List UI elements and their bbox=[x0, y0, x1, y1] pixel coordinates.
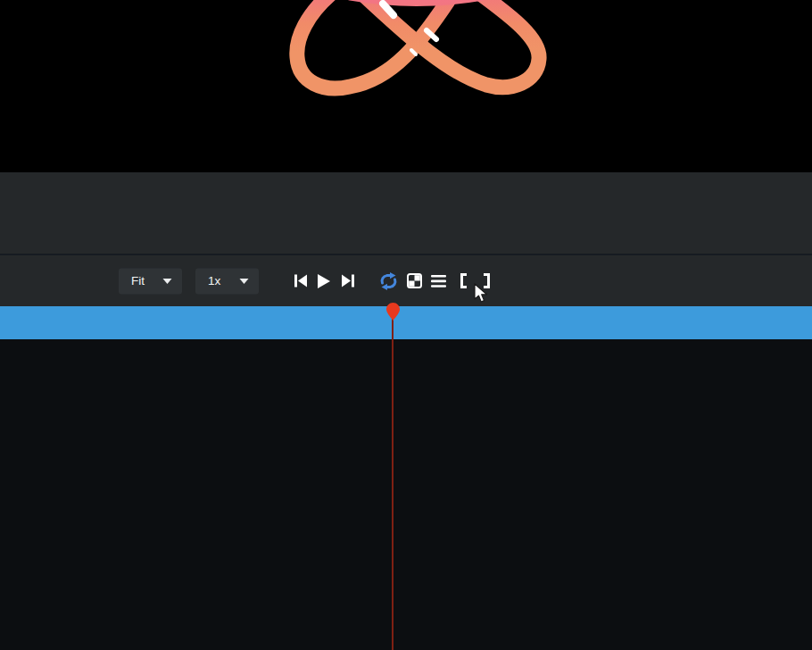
chevron-down-icon bbox=[162, 278, 172, 284]
skip-to-start-button[interactable] bbox=[294, 274, 307, 288]
chevron-down-icon bbox=[239, 278, 249, 284]
animation-preview bbox=[0, 0, 812, 172]
play-icon bbox=[318, 274, 330, 288]
player-panel bbox=[0, 172, 812, 255]
play-button[interactable] bbox=[318, 274, 330, 288]
checkerboard-background-icon bbox=[407, 273, 422, 288]
seekbar-track[interactable] bbox=[0, 306, 812, 339]
playback-speed-value: 1x bbox=[208, 275, 220, 288]
pretzel-ribbon-animation-frame bbox=[0, 0, 812, 172]
playback-controls bbox=[294, 255, 491, 306]
timeline-panel bbox=[0, 339, 812, 650]
playhead-marker[interactable] bbox=[386, 303, 400, 321]
zoom-fit-value: Fit bbox=[131, 275, 145, 288]
skip-to-start-icon bbox=[294, 274, 307, 288]
skip-to-end-button[interactable] bbox=[342, 274, 354, 288]
set-out-point-button[interactable] bbox=[483, 273, 491, 288]
bracket-out-icon bbox=[483, 273, 491, 288]
menu-lines-icon bbox=[431, 275, 446, 288]
loop-icon bbox=[378, 272, 399, 290]
loop-toggle-button[interactable] bbox=[378, 272, 399, 290]
zoom-fit-select[interactable]: Fit bbox=[119, 268, 182, 294]
bracket-in-icon bbox=[460, 273, 468, 288]
background-toggle-button[interactable] bbox=[407, 273, 422, 288]
skip-to-end-icon bbox=[342, 274, 354, 288]
set-in-point-button[interactable] bbox=[460, 273, 468, 288]
animation-player-window: Fit 1x bbox=[0, 0, 812, 650]
player-toolbar: Fit 1x bbox=[0, 255, 812, 306]
frame-menu-button[interactable] bbox=[431, 275, 446, 288]
playback-speed-select[interactable]: 1x bbox=[195, 268, 259, 294]
